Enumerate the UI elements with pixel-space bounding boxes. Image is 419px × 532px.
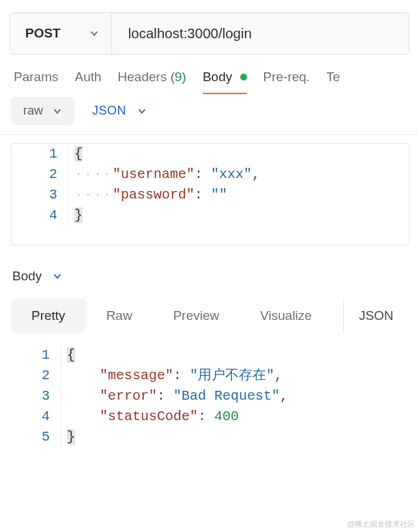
tab-headers[interactable]: Headers (9) — [118, 70, 186, 94]
request-body-editor[interactable]: 1 { 2 ····"username": "xxx", 3 ····"pass… — [11, 143, 409, 246]
http-method-label: POST — [25, 26, 61, 41]
line-number: 5 — [11, 427, 61, 447]
line-number: 2 — [11, 366, 61, 386]
response-section-label: Body — [12, 269, 42, 284]
line-number: 3 — [11, 386, 61, 407]
response-tab-visualize[interactable]: Visualize — [240, 299, 332, 333]
request-bar: POST localhost:3000/login — [10, 12, 409, 55]
divider — [0, 134, 419, 135]
body-format-select[interactable]: JSON — [92, 104, 147, 118]
chevron-down-icon — [89, 29, 99, 38]
chevron-down-icon — [137, 106, 147, 116]
response-tab-pretty[interactable]: Pretty — [11, 299, 86, 333]
body-format-label: JSON — [92, 104, 126, 118]
tab-body[interactable]: Body — [203, 70, 247, 94]
tab-auth[interactable]: Auth — [74, 70, 101, 94]
tab-prereq[interactable]: Pre-req. — [263, 70, 310, 94]
line-number: 4 — [11, 407, 61, 427]
body-mode-select[interactable]: raw — [11, 97, 74, 125]
tab-params[interactable]: Params — [14, 70, 58, 94]
line-number: 1 — [12, 144, 69, 164]
response-body-viewer[interactable]: 1 { 2 "message": "用户不存在", 3 "error": "Ba… — [11, 345, 415, 447]
url-input[interactable]: localhost:3000/login — [112, 13, 409, 54]
line-number: 4 — [12, 205, 69, 226]
headers-count: (9) — [171, 70, 186, 84]
body-mode-label: raw — [23, 104, 43, 118]
http-method-select[interactable]: POST — [10, 13, 112, 54]
body-controls: raw JSON — [0, 97, 419, 125]
request-tabs: Params Auth Headers (9) Body Pre-req. Te — [0, 70, 419, 94]
tab-tests[interactable]: Te — [326, 70, 340, 94]
response-tabs: Pretty Raw Preview Visualize JSON — [11, 299, 419, 333]
url-text: localhost:3000/login — [128, 25, 252, 42]
line-number: 3 — [12, 185, 69, 205]
response-tab-raw[interactable]: Raw — [86, 299, 153, 333]
chevron-down-icon — [53, 106, 62, 116]
response-section-select[interactable]: Body — [0, 269, 419, 284]
response-tab-preview[interactable]: Preview — [153, 299, 240, 333]
watermark: @稀土掘金技术社区 — [347, 519, 415, 529]
response-format-select[interactable]: JSON — [343, 299, 409, 333]
chevron-down-icon — [53, 271, 62, 281]
line-number: 2 — [12, 164, 69, 185]
body-indicator-dot — [240, 74, 247, 80]
line-number: 1 — [11, 345, 61, 366]
